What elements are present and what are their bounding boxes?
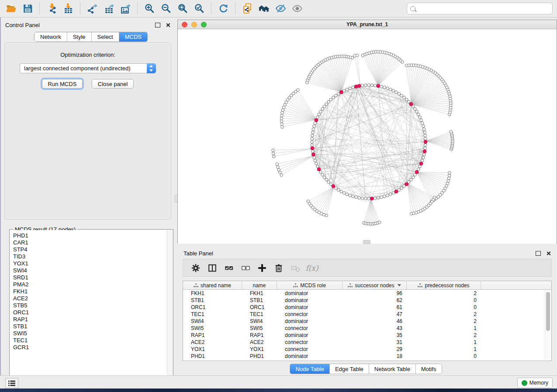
- network-leaf-node[interactable]: [280, 120, 283, 123]
- network-node[interactable]: [377, 196, 380, 199]
- network-node[interactable]: [311, 150, 315, 153]
- network-node[interactable]: [412, 176, 415, 179]
- cell-name[interactable]: ACE2: [242, 339, 277, 346]
- cell-successor-nodes[interactable]: 18: [343, 353, 407, 360]
- network-hub-node[interactable]: [354, 85, 358, 88]
- cell-name[interactable]: STB1: [242, 297, 277, 304]
- network-node[interactable]: [421, 122, 424, 125]
- network-node[interactable]: [314, 122, 317, 125]
- network-node[interactable]: [398, 93, 401, 96]
- network-leaf-node[interactable]: [378, 221, 381, 224]
- network-node[interactable]: [335, 94, 338, 97]
- tab-style[interactable]: Style: [67, 32, 92, 41]
- network-hub-node[interactable]: [424, 140, 427, 144]
- network-node[interactable]: [422, 128, 426, 131]
- network-node[interactable]: [367, 197, 370, 200]
- network-node[interactable]: [364, 84, 367, 87]
- network-node[interactable]: [370, 84, 374, 87]
- network-node[interactable]: [361, 197, 364, 200]
- network-node[interactable]: [319, 110, 322, 113]
- cell-shared-name[interactable]: PHD1: [183, 353, 242, 360]
- network-node[interactable]: [323, 105, 326, 108]
- import-network-button[interactable]: [43, 2, 60, 16]
- network-node[interactable]: [383, 86, 386, 89]
- mcds-result-item[interactable]: YOX1: [13, 260, 167, 267]
- network-node[interactable]: [383, 195, 386, 198]
- network-leaf-node[interactable]: [447, 179, 450, 182]
- import-table-button[interactable]: [60, 2, 76, 16]
- tab-mcds[interactable]: MCDS: [119, 32, 147, 41]
- network-node[interactable]: [403, 96, 406, 99]
- column-header-name[interactable]: name: [242, 281, 277, 289]
- network-leaf-node[interactable]: [281, 109, 284, 112]
- network-leaf-node[interactable]: [280, 117, 283, 120]
- save-session-button[interactable]: [19, 2, 36, 16]
- network-leaf-node[interactable]: [280, 174, 283, 177]
- network-node[interactable]: [313, 125, 316, 128]
- cell-shared-name[interactable]: YOX1: [183, 346, 242, 353]
- eye-slash-button[interactable]: [272, 2, 289, 16]
- network-node[interactable]: [314, 159, 317, 162]
- table-row[interactable]: ACE2ACE2connector311: [183, 339, 551, 346]
- cell-MCDS-role[interactable]: dominator: [277, 297, 343, 304]
- table-row[interactable]: STB1STB1dominator620: [183, 297, 551, 304]
- network-node[interactable]: [400, 94, 403, 97]
- network-leaf-node[interactable]: [325, 214, 328, 217]
- network-node[interactable]: [424, 147, 427, 150]
- network-node[interactable]: [325, 103, 328, 106]
- network-node[interactable]: [329, 98, 332, 101]
- tab-motifs[interactable]: Motifs: [416, 364, 442, 374]
- mcds-result-item[interactable]: ACE2: [13, 295, 167, 302]
- cell-name[interactable]: SWI4: [242, 318, 277, 325]
- cell-name[interactable]: SWI5: [242, 325, 277, 332]
- zoom-selected-button[interactable]: [191, 2, 208, 16]
- float-table-panel-icon[interactable]: [536, 251, 541, 256]
- network-node[interactable]: [343, 192, 346, 195]
- table-row[interactable]: FKH1FKH1dominator962: [183, 290, 551, 297]
- mcds-result-item[interactable]: GCR1: [13, 344, 167, 351]
- network-node[interactable]: [410, 178, 413, 181]
- network-leaf-node[interactable]: [280, 114, 284, 117]
- cell-successor-nodes[interactable]: 46: [343, 318, 407, 325]
- network-node[interactable]: [311, 144, 314, 147]
- network-graph[interactable]: [178, 29, 557, 244]
- cell-MCDS-role[interactable]: dominator: [277, 318, 343, 325]
- network-node[interactable]: [419, 116, 422, 119]
- network-hub-node[interactable]: [315, 118, 318, 122]
- cell-successor-nodes[interactable]: 29: [343, 346, 407, 353]
- mcds-result-item[interactable]: ORC1: [13, 309, 167, 316]
- network-leaf-node[interactable]: [433, 196, 436, 199]
- select-all-button[interactable]: [221, 261, 237, 275]
- network-hub-node[interactable]: [332, 185, 335, 188]
- cell-predecessor-nodes[interactable]: 0: [407, 353, 481, 360]
- mcds-result-item[interactable]: FKH1: [13, 288, 167, 295]
- network-node[interactable]: [389, 88, 392, 91]
- table-row[interactable]: TEC1TEC1connector472: [183, 311, 551, 318]
- delete-table-button[interactable]: [287, 261, 304, 275]
- network-leaf-node[interactable]: [281, 111, 284, 114]
- cell-MCDS-role[interactable]: connector: [277, 325, 343, 332]
- cell-name[interactable]: TEC1: [242, 311, 277, 318]
- network-leaf-node[interactable]: [448, 174, 451, 177]
- network-node[interactable]: [422, 125, 425, 128]
- network-node[interactable]: [325, 178, 328, 181]
- float-panel-icon[interactable]: [155, 23, 160, 28]
- cell-shared-name[interactable]: ACE2: [183, 339, 242, 346]
- network-hub-node[interactable]: [370, 197, 374, 200]
- network-node[interactable]: [392, 89, 395, 93]
- cell-predecessor-nodes[interactable]: 0: [407, 304, 481, 311]
- zoom-in-button[interactable]: [141, 2, 158, 16]
- cell-MCDS-role[interactable]: connector: [277, 346, 343, 353]
- network-node[interactable]: [386, 194, 389, 197]
- table-scrollbar-thumb[interactable]: [546, 292, 550, 331]
- table-row[interactable]: ORC1ORC1dominator610: [183, 304, 551, 311]
- cell-predecessor-nodes[interactable]: 1: [407, 339, 481, 346]
- network-leaf-node[interactable]: [448, 172, 451, 175]
- network-node[interactable]: [389, 193, 392, 196]
- network-node[interactable]: [321, 173, 324, 176]
- table-row[interactable]: SWI5SWI5connector431: [183, 325, 551, 332]
- network-node[interactable]: [318, 113, 321, 116]
- cell-MCDS-role[interactable]: connector: [277, 339, 343, 346]
- cell-name[interactable]: YOX1: [242, 346, 277, 353]
- network-leaf-node[interactable]: [280, 123, 284, 126]
